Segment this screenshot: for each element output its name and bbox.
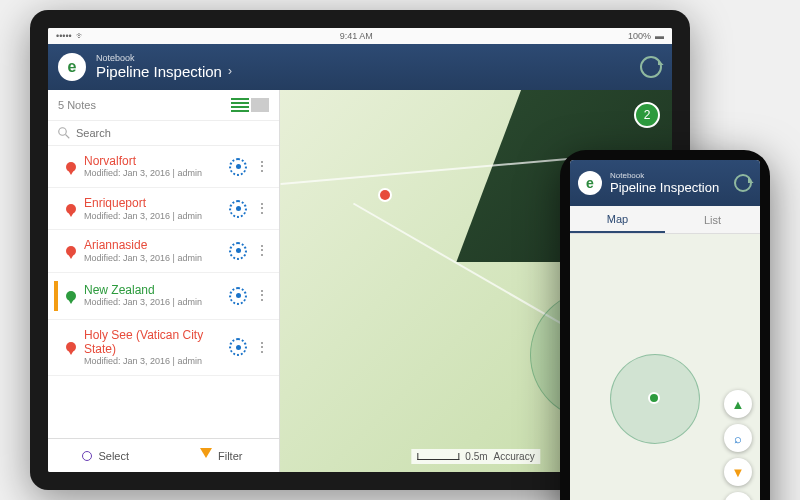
filter-icon: [200, 448, 212, 464]
phone-map[interactable]: ▲ ⌕ ▼ ⚙: [570, 234, 760, 500]
locate-button[interactable]: ▲: [724, 390, 752, 418]
item-meta: Modified: Jan 3, 2016 | admin: [84, 356, 221, 367]
tab-map[interactable]: Map: [570, 206, 665, 233]
phone-header: e Notebook Pipeline Inspection: [570, 160, 760, 206]
svg-line-1: [66, 135, 70, 139]
list-view-icon[interactable]: [231, 98, 249, 112]
app-logo[interactable]: e: [58, 53, 86, 81]
more-icon[interactable]: ⋮: [255, 164, 269, 170]
header-subtitle: Notebook: [96, 54, 232, 64]
select-button[interactable]: Select: [48, 439, 164, 472]
chevron-right-icon[interactable]: ›: [228, 65, 232, 78]
header-title[interactable]: Pipeline Inspection: [96, 64, 222, 81]
more-icon[interactable]: ⋮: [255, 345, 269, 351]
list-item[interactable]: EnriqueportModified: Jan 3, 2016 | admin…: [48, 188, 279, 230]
item-title: Holy See (Vatican City State): [84, 328, 221, 357]
list-item[interactable]: NorvalfortModified: Jan 3, 2016 | admin⋮: [48, 146, 279, 188]
notes-list[interactable]: NorvalfortModified: Jan 3, 2016 | admin⋮…: [48, 146, 279, 438]
item-title: Enriqueport: [84, 196, 221, 210]
battery-icon: ▬: [655, 31, 664, 41]
app-header: e Notebook Pipeline Inspection›: [48, 44, 672, 90]
signal-icon: •••••: [56, 31, 72, 41]
item-title: Norvalfort: [84, 154, 221, 168]
list-item[interactable]: Holy See (Vatican City State)Modified: J…: [48, 320, 279, 377]
app-logo[interactable]: e: [578, 171, 602, 195]
pin-icon: [66, 204, 76, 214]
phone-header-title[interactable]: Pipeline Inspection: [610, 180, 719, 195]
tab-list[interactable]: List: [665, 206, 760, 233]
item-title: Ariannaside: [84, 238, 221, 252]
battery-pct: 100%: [628, 31, 651, 41]
more-icon[interactable]: ⋮: [255, 248, 269, 254]
pin-icon: [66, 246, 76, 256]
phone-screen: e Notebook Pipeline Inspection Map List …: [570, 160, 760, 500]
pin-icon: [66, 291, 76, 301]
sync-icon[interactable]: [734, 174, 752, 192]
highlight-bar: [54, 281, 58, 311]
settings-button[interactable]: ⚙: [724, 492, 752, 500]
more-icon[interactable]: ⋮: [255, 293, 269, 299]
notes-count: 5 Notes: [58, 99, 96, 111]
status-time: 9:41 AM: [340, 31, 373, 41]
filter-button[interactable]: Filter: [164, 439, 280, 472]
grid-view-icon[interactable]: [251, 98, 269, 112]
pin-icon: [66, 162, 76, 172]
locate-icon[interactable]: [229, 338, 247, 356]
scale-value: 0.5m: [465, 451, 487, 462]
item-meta: Modified: Jan 3, 2016 | admin: [84, 211, 221, 222]
item-meta: Modified: Jan 3, 2016 | admin: [84, 253, 221, 264]
select-label: Select: [98, 450, 129, 462]
select-icon: [82, 451, 92, 461]
map-pin-red[interactable]: [380, 190, 390, 200]
search-input[interactable]: [76, 127, 269, 139]
map-scale: 0.5mAccuracy: [411, 449, 540, 464]
cluster-badge[interactable]: 2: [634, 102, 660, 128]
status-bar: •••••ᯤ 9:41 AM 100%▬: [48, 28, 672, 44]
phone-tabs: Map List: [570, 206, 760, 234]
filter-label: Filter: [218, 450, 242, 462]
locate-icon[interactable]: [229, 287, 247, 305]
locate-icon[interactable]: [229, 242, 247, 260]
zoom-button[interactable]: ⌕: [724, 424, 752, 452]
location-dot[interactable]: [648, 392, 660, 404]
wifi-icon: ᯤ: [76, 31, 85, 41]
item-meta: Modified: Jan 3, 2016 | admin: [84, 168, 221, 179]
sync-icon[interactable]: [640, 56, 662, 78]
item-meta: Modified: Jan 3, 2016 | admin: [84, 297, 221, 308]
more-icon[interactable]: ⋮: [255, 206, 269, 212]
locate-icon[interactable]: [229, 200, 247, 218]
filter-fab[interactable]: ▼: [724, 458, 752, 486]
pin-icon: [66, 342, 76, 352]
svg-point-0: [59, 128, 67, 136]
phone-header-subtitle: Notebook: [610, 171, 719, 180]
phone-device: e Notebook Pipeline Inspection Map List …: [560, 150, 770, 500]
item-title: New Zealand: [84, 283, 221, 297]
list-item[interactable]: New ZealandModified: Jan 3, 2016 | admin…: [48, 273, 279, 320]
search-row[interactable]: [48, 121, 279, 146]
search-icon: [58, 127, 70, 139]
locate-icon[interactable]: [229, 158, 247, 176]
list-item[interactable]: AriannasideModified: Jan 3, 2016 | admin…: [48, 230, 279, 272]
sidebar: 5 Notes NorvalfortModified: Jan 3, 2016 …: [48, 90, 280, 472]
accuracy-label: Accuracy: [494, 451, 535, 462]
